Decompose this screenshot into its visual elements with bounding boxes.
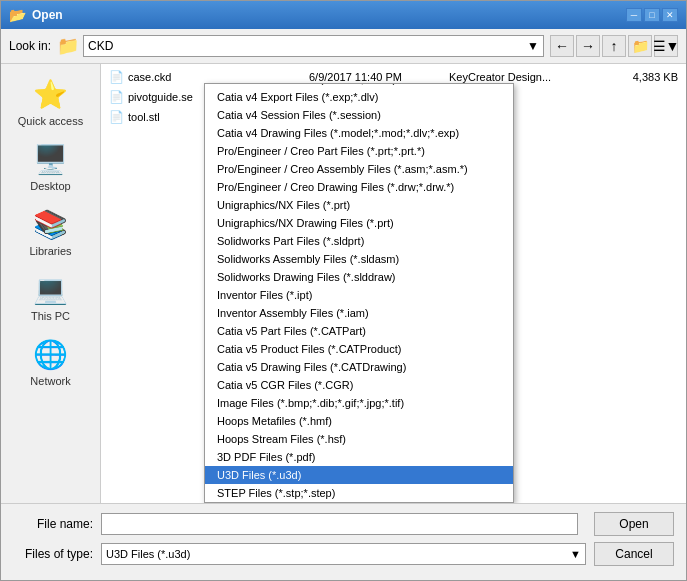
dropdown-item-13[interactable]: Pro/Engineer / Creo Drawing Files (*.drw… xyxy=(205,178,513,196)
open-dialog: 📂 Open ─ □ ✕ Look in: 📁 CKD ▼ ← → ↑ 📁 ☰▼ xyxy=(0,0,687,581)
dropdown-item-27[interactable]: Hoops Stream Files (*.hsf) xyxy=(205,430,513,448)
file-name-row: File name: Open xyxy=(13,512,674,536)
minimize-button[interactable]: ─ xyxy=(626,8,642,22)
title-bar-controls: ─ □ ✕ xyxy=(626,8,678,22)
file-date-bracket: 6/9/2017 11:40 PM xyxy=(301,64,441,65)
look-in-dropdown-icon: ▼ xyxy=(527,39,539,53)
dropdown-item-22[interactable]: Catia v5 Product Files (*.CATProduct) xyxy=(205,340,513,358)
file-icon-pivotguide: 📄 xyxy=(109,90,124,104)
network-icon: 🌐 xyxy=(33,338,68,371)
libraries-icon: 📚 xyxy=(33,208,68,241)
file-panel: Name ▲ Date modified Type Size 📄 xyxy=(101,64,686,503)
quick-access-label: Quick access xyxy=(18,115,83,127)
file-size-pivotguide xyxy=(581,95,686,99)
desktop-icon: 🖥️ xyxy=(33,143,68,176)
file-name-case: case.ckd xyxy=(128,71,171,83)
look-in-value: CKD xyxy=(88,39,113,53)
title-bar: 📂 Open ─ □ ✕ xyxy=(1,1,686,29)
nav-item-libraries[interactable]: 📚 Libraries xyxy=(5,202,96,263)
quick-access-icon: ⭐ xyxy=(33,78,68,111)
look-in-label: Look in: xyxy=(9,39,51,53)
toolbar: Look in: 📁 CKD ▼ ← → ↑ 📁 ☰▼ xyxy=(1,29,686,64)
file-size-tool xyxy=(581,115,686,119)
dropdown-item-15[interactable]: Unigraphics/NX Drawing Files (*.prt) xyxy=(205,214,513,232)
close-button[interactable]: ✕ xyxy=(662,8,678,22)
dropdown-item-17[interactable]: Solidworks Assembly Files (*.sldasm) xyxy=(205,250,513,268)
new-folder-button[interactable]: 📁 xyxy=(628,35,652,57)
files-of-type-label: Files of type: xyxy=(13,547,93,561)
dropdown-item-29[interactable]: U3D Files (*.u3d) xyxy=(205,466,513,484)
open-button[interactable]: Open xyxy=(594,512,674,536)
dropdown-item-11[interactable]: Pro/Engineer / Creo Part Files (*.prt;*.… xyxy=(205,142,513,160)
file-name-pivotguide: pivotguide.se xyxy=(128,91,193,103)
dropdown-item-12[interactable]: Pro/Engineer / Creo Assembly Files (*.as… xyxy=(205,160,513,178)
dropdown-item-8[interactable]: Catia v4 Export Files (*.exp;*.dlv) xyxy=(205,88,513,106)
file-name-tool: tool.stl xyxy=(128,111,160,123)
dropdown-item-21[interactable]: Catia v5 Part Files (*.CATPart) xyxy=(205,322,513,340)
files-of-type-row: Files of type: U3D Files (*.u3d) ▼ Cance… xyxy=(13,542,674,566)
nav-item-desktop[interactable]: 🖥️ Desktop xyxy=(5,137,96,198)
files-of-type-select[interactable]: U3D Files (*.u3d) ▼ xyxy=(101,543,586,565)
forward-button[interactable]: → xyxy=(576,35,600,57)
up-button[interactable]: ↑ xyxy=(602,35,626,57)
file-name-label: File name: xyxy=(13,517,93,531)
view-button[interactable]: ☰▼ xyxy=(654,35,678,57)
this-pc-icon: 💻 xyxy=(33,273,68,306)
dialog-icon: 📂 xyxy=(9,7,26,23)
dropdown-item-20[interactable]: Inventor Assembly Files (*.iam) xyxy=(205,304,513,322)
dropdown-item-9[interactable]: Catia v4 Session Files (*.session) xyxy=(205,106,513,124)
file-type-bracket: X_T File xyxy=(441,64,581,65)
dropdown-item-25[interactable]: Image Files (*.bmp;*.dib;*.gif;*.jpg;*.t… xyxy=(205,394,513,412)
network-label: Network xyxy=(30,375,70,387)
this-pc-label: This PC xyxy=(31,310,70,322)
bottom-section: File name: Open Files of type: U3D Files… xyxy=(1,503,686,580)
file-type-dropdown[interactable]: DXF Files (*.dxf)DWG Files (*.dwg)IGES F… xyxy=(204,83,514,503)
nav-item-network[interactable]: 🌐 Network xyxy=(5,332,96,393)
nav-item-this-pc[interactable]: 💻 This PC xyxy=(5,267,96,328)
back-button[interactable]: ← xyxy=(550,35,574,57)
look-in-combo[interactable]: CKD ▼ xyxy=(83,35,544,57)
dropdown-item-24[interactable]: Catia v5 CGR Files (*.CGR) xyxy=(205,376,513,394)
main-content: ⭐ Quick access 🖥️ Desktop 📚 Libraries 💻 … xyxy=(1,64,686,503)
files-of-type-value: U3D Files (*.u3d) xyxy=(106,548,190,560)
file-icon-tool: 📄 xyxy=(109,110,124,124)
toolbar-buttons: ← → ↑ 📁 ☰▼ xyxy=(550,35,678,57)
dialog-title: Open xyxy=(32,8,620,22)
dropdown-item-26[interactable]: Hoops Metafiles (*.hmf) xyxy=(205,412,513,430)
dropdown-item-18[interactable]: Solidworks Drawing Files (*.slddraw) xyxy=(205,268,513,286)
dropdown-item-14[interactable]: Unigraphics/NX Files (*.prt) xyxy=(205,196,513,214)
file-name-input[interactable] xyxy=(101,513,578,535)
dropdown-item-16[interactable]: Solidworks Part Files (*.sldprt) xyxy=(205,232,513,250)
dropdown-item-19[interactable]: Inventor Files (*.ipt) xyxy=(205,286,513,304)
left-panel: ⭐ Quick access 🖥️ Desktop 📚 Libraries 💻 … xyxy=(1,64,101,503)
file-icon-case: 📄 xyxy=(109,70,124,84)
file-size-bracket: 239 KB xyxy=(581,64,686,65)
dropdown-item-28[interactable]: 3D PDF Files (*.pdf) xyxy=(205,448,513,466)
file-size-case: 4,383 KB xyxy=(581,69,686,85)
cancel-button[interactable]: Cancel xyxy=(594,542,674,566)
dropdown-item-23[interactable]: Catia v5 Drawing Files (*.CATDrawing) xyxy=(205,358,513,376)
desktop-label: Desktop xyxy=(30,180,70,192)
dropdown-item-30[interactable]: STEP Files (*.stp;*.step) xyxy=(205,484,513,502)
libraries-label: Libraries xyxy=(29,245,71,257)
nav-item-quick-access[interactable]: ⭐ Quick access xyxy=(5,72,96,133)
maximize-button[interactable]: □ xyxy=(644,8,660,22)
files-of-type-dropdown-icon: ▼ xyxy=(570,548,581,560)
dropdown-item-10[interactable]: Catia v4 Drawing Files (*.model;*.mod;*.… xyxy=(205,124,513,142)
